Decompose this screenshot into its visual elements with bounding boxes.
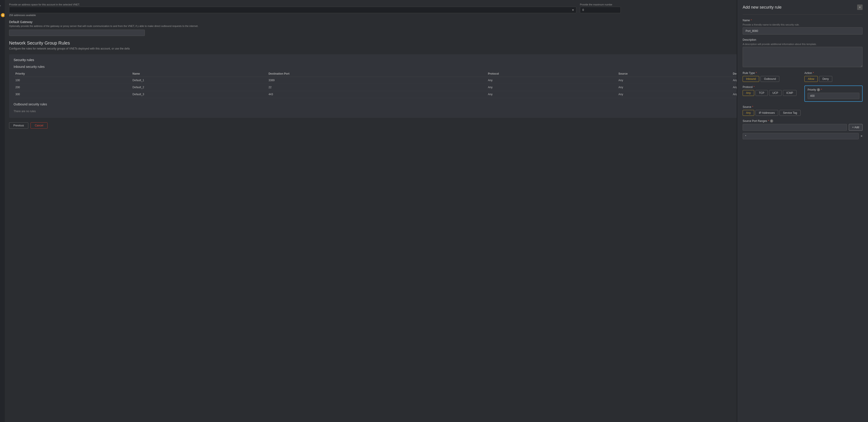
col-dest-port: Destination Port — [267, 71, 486, 77]
port-tag-value: * — [743, 133, 859, 139]
cancel-button[interactable]: Cancel — [31, 122, 48, 129]
source-buttons: Any IP Addresses Service Tag — [743, 110, 863, 116]
source-port-required: * — [768, 120, 769, 123]
expand-icon: › — [0, 4, 1, 7]
rule-type-required: * — [756, 71, 757, 75]
source-port-ranges-group: Source Port Ranges * i + Add * × — [743, 120, 863, 139]
col-source: Source — [617, 71, 731, 77]
max-number-input[interactable] — [580, 7, 621, 13]
previous-button[interactable]: Previous — [9, 122, 28, 129]
name-field-group: Name * Provide a friendly name to identi… — [743, 19, 863, 38]
protocol-group: Protocol * Any TCP UCP ICMP — [743, 86, 801, 102]
bottom-buttons: Previous Cancel — [9, 122, 864, 129]
close-panel-button[interactable]: × — [857, 4, 863, 10]
panel-divider — [743, 14, 863, 15]
gateway-section: Default Gateway Optionally provide the a… — [9, 20, 864, 36]
rule-action-row: Rule Type * Inbound Outbound Action * Al… — [743, 71, 863, 82]
inbound-table: Priority Name Destination Port Protocol … — [13, 71, 859, 98]
no-rules-text: There are no rules — [13, 108, 859, 114]
source-port-info-icon: i — [770, 120, 773, 123]
remove-port-button[interactable]: × — [861, 134, 863, 138]
protocol-ucp-btn[interactable]: UCP — [769, 90, 781, 96]
panel-title: Add new security rule — [743, 5, 781, 10]
deny-btn[interactable]: Deny — [819, 76, 832, 82]
name-label: Name * — [743, 19, 863, 22]
outbound-section: Outbound security rules There are no rul… — [13, 102, 859, 114]
source-any-btn[interactable]: Any — [743, 110, 754, 116]
source-port-ranges-label: Source Port Ranges * i — [743, 120, 863, 123]
gateway-hint: Optionally provide the address of the ga… — [9, 25, 864, 27]
vnet-hint: Provide an address space for this accoun… — [9, 3, 576, 6]
priority-group: Priority i * — [804, 86, 863, 102]
priority-info-icon: i — [817, 88, 820, 91]
source-label: Source * — [743, 105, 863, 108]
name-input[interactable] — [743, 27, 863, 35]
priority-input[interactable] — [808, 93, 859, 99]
description-field-group: Description A description will provide a… — [743, 38, 863, 71]
priority-label: Priority i * — [808, 88, 859, 91]
protocol-priority-row: Protocol * Any TCP UCP ICMP Priority i * — [743, 86, 863, 102]
action-group: Action * Allow Deny — [804, 71, 863, 82]
address-select-wrapper: ▼ — [9, 7, 576, 13]
priority-required: * — [821, 88, 822, 91]
address-select[interactable] — [9, 7, 576, 13]
col-priority: Priority — [13, 71, 131, 77]
source-required: * — [752, 105, 753, 108]
available-text: 256 addresses available — [9, 14, 576, 17]
table-row: 200Default_222AnyAnyAny — [13, 84, 859, 91]
table-row: 100Default_13389AnyAnyAny — [13, 77, 859, 84]
protocol-icmp-btn[interactable]: ICMP — [783, 90, 797, 96]
protocol-tcp-btn[interactable]: TCP — [755, 90, 768, 96]
nsg-section: Network Security Group Rules Configure t… — [9, 40, 864, 129]
description-hint: A description will provide additional in… — [743, 43, 863, 45]
sidebar-toggle[interactable]: › — [0, 0, 4, 422]
port-range-input[interactable] — [743, 124, 847, 131]
add-security-rule-panel: Add new security rule × Name * Provide a… — [737, 0, 868, 422]
port-tag-row: * × — [743, 133, 863, 139]
add-icon: + — [2, 13, 4, 17]
protocol-label: Protocol * — [743, 86, 801, 89]
port-ranges-input-row: + Add — [743, 124, 863, 131]
protocol-required: * — [753, 86, 755, 89]
security-rules-title: Security rules — [13, 58, 859, 62]
col-name: Name — [131, 71, 267, 77]
panel-header: Add new security rule × — [743, 4, 863, 10]
address-section: Provide an address space for this accoun… — [9, 3, 864, 17]
source-group: Source * Any IP Addresses Service Tag — [743, 105, 863, 116]
outbound-title: Outbound security rules — [13, 102, 859, 106]
name-required: * — [751, 19, 752, 22]
action-buttons: Allow Deny — [804, 76, 863, 82]
outbound-btn[interactable]: Outbound — [761, 76, 779, 82]
action-label: Action * — [804, 71, 863, 75]
rule-type-label: Rule Type * — [743, 71, 801, 75]
action-required: * — [813, 71, 814, 75]
gateway-title: Default Gateway — [9, 20, 864, 24]
col-protocol: Protocol — [486, 71, 617, 77]
source-ip-btn[interactable]: IP Addresses — [755, 110, 778, 116]
rule-type-group: Rule Type * Inbound Outbound — [743, 71, 801, 82]
protocol-any-btn[interactable]: Any — [743, 90, 754, 96]
description-textarea[interactable] — [743, 47, 863, 67]
name-hint: Provide a friendly name to identify this… — [743, 23, 863, 26]
rules-box: Security rules Inbound security rules Pr… — [9, 54, 864, 118]
rule-type-buttons: Inbound Outbound — [743, 76, 801, 82]
source-tag-btn[interactable]: Service Tag — [779, 110, 800, 116]
allow-btn[interactable]: Allow — [804, 76, 818, 82]
protocol-buttons: Any TCP UCP ICMP — [743, 90, 801, 96]
table-row: 300Default_3443AnyAnyAny — [13, 91, 859, 98]
gateway-input[interactable] — [9, 30, 145, 36]
inbound-section: Inbound security rules Priority Name Des… — [13, 65, 859, 98]
inbound-title: Inbound security rules — [13, 65, 859, 68]
inbound-btn[interactable]: Inbound — [743, 76, 759, 82]
nsg-title: Network Security Group Rules — [9, 40, 864, 46]
add-port-button[interactable]: + Add — [849, 124, 863, 131]
nsg-description: Configure the rules for network security… — [9, 47, 864, 50]
description-label: Description — [743, 38, 863, 41]
